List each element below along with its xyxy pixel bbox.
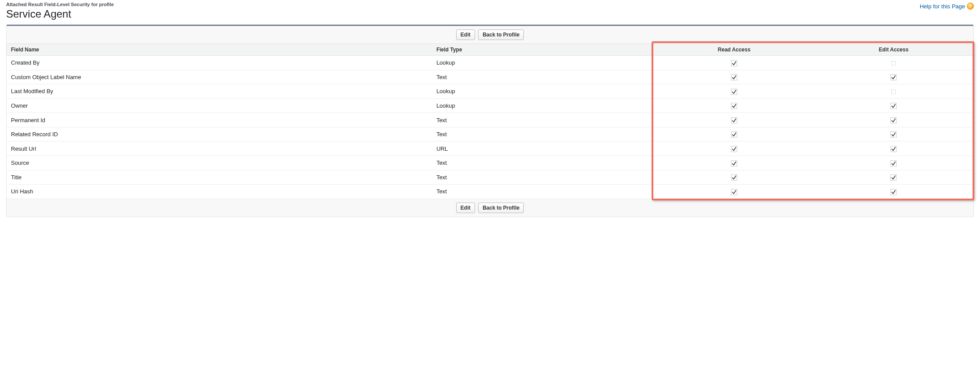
cell-spacer	[596, 185, 654, 199]
cell-edit-access	[814, 113, 973, 127]
cell-field-type: Text	[432, 170, 596, 185]
cell-edit-access	[814, 156, 973, 170]
checkbox-unchecked-icon	[891, 90, 896, 94]
cell-spacer	[596, 113, 654, 127]
table-row: Last Modified ByLookup	[7, 84, 973, 99]
cell-field-name: Custom Object Label Name	[7, 70, 432, 84]
table-row: Permanent IdText	[7, 113, 973, 127]
col-header-edit-access: Edit Access	[814, 44, 973, 56]
cell-field-type: Lookup	[432, 84, 596, 99]
help-link-label: Help for this Page	[920, 3, 965, 10]
svg-rect-3	[731, 89, 737, 94]
checkbox-checked-icon	[890, 74, 897, 80]
checkbox-checked-icon	[731, 60, 737, 66]
cell-field-name: Result Url	[7, 141, 432, 156]
cell-read-access	[654, 141, 814, 156]
cell-field-type: Text	[432, 156, 596, 170]
cell-read-access	[654, 98, 814, 113]
svg-rect-12	[731, 160, 737, 166]
cell-edit-access	[814, 98, 973, 113]
back-to-profile-button[interactable]: Back to Profile	[478, 29, 524, 40]
cell-field-type: Lookup	[432, 56, 596, 70]
checkbox-checked-icon	[731, 131, 737, 138]
cell-edit-access	[814, 84, 973, 99]
cell-edit-access	[814, 70, 973, 84]
table-row: OwnerLookup	[7, 98, 973, 113]
checkbox-unchecked-icon	[891, 61, 896, 65]
fls-panel: Edit Back to Profile Field Name Field Ty…	[6, 25, 974, 217]
cell-spacer	[596, 156, 654, 170]
cell-read-access	[654, 127, 814, 141]
svg-rect-7	[891, 117, 897, 123]
svg-rect-13	[891, 160, 897, 166]
checkbox-checked-icon	[890, 174, 897, 181]
checkbox-checked-icon	[731, 74, 737, 80]
page-title: Service Agent	[6, 8, 114, 20]
cell-read-access	[654, 156, 814, 170]
checkbox-checked-icon	[731, 103, 737, 109]
cell-read-access	[654, 170, 814, 185]
cell-read-access	[654, 70, 814, 84]
cell-read-access	[654, 84, 814, 99]
checkbox-checked-icon	[731, 160, 737, 167]
table-row: Created ByLookup	[7, 56, 973, 70]
back-to-profile-button-bottom[interactable]: Back to Profile	[478, 203, 524, 213]
checkbox-checked-icon	[890, 117, 897, 123]
table-row: Result UrlURL	[7, 141, 973, 156]
cell-edit-access	[814, 127, 973, 141]
cell-edit-access	[814, 56, 973, 70]
checkbox-checked-icon	[890, 103, 897, 109]
checkbox-checked-icon	[890, 131, 897, 138]
svg-rect-5	[891, 103, 897, 109]
cell-field-name: Created By	[7, 56, 432, 70]
checkbox-checked-icon	[731, 89, 737, 95]
checkbox-checked-icon	[890, 146, 897, 152]
help-link[interactable]: Help for this Page ?	[920, 3, 974, 10]
checkbox-checked-icon	[890, 160, 897, 167]
edit-button-bottom[interactable]: Edit	[456, 203, 475, 213]
cell-field-name: Uri Hash	[7, 185, 432, 199]
svg-rect-17	[891, 189, 897, 195]
table-row: Uri HashText	[7, 185, 973, 199]
cell-field-type: Text	[432, 113, 596, 127]
svg-rect-9	[891, 132, 897, 138]
checkbox-checked-icon	[731, 189, 737, 195]
col-header-field-type: Field Type	[432, 44, 596, 56]
cell-field-name: Title	[7, 170, 432, 185]
cell-edit-access	[814, 170, 973, 185]
cell-field-type: Text	[432, 127, 596, 141]
page-subtitle: Attached Result Field-Level Security for…	[6, 2, 114, 7]
cell-field-type: Text	[432, 70, 596, 84]
fls-table: Field Name Field Type Read Access Edit A…	[7, 44, 973, 199]
svg-rect-11	[891, 146, 897, 152]
svg-rect-1	[731, 75, 737, 80]
svg-rect-4	[731, 103, 737, 109]
cell-read-access	[654, 185, 814, 199]
cell-field-name: Permanent Id	[7, 113, 432, 127]
svg-rect-15	[891, 175, 897, 181]
svg-rect-8	[731, 132, 737, 138]
cell-spacer	[596, 56, 654, 70]
checkbox-checked-icon	[731, 117, 737, 123]
svg-rect-6	[731, 117, 737, 123]
cell-spacer	[596, 84, 654, 99]
svg-rect-2	[891, 75, 897, 80]
cell-spacer	[596, 98, 654, 113]
edit-button[interactable]: Edit	[456, 29, 475, 40]
cell-read-access	[654, 113, 814, 127]
cell-field-name: Source	[7, 156, 432, 170]
button-bar-bottom: Edit Back to Profile	[7, 199, 973, 217]
svg-rect-0	[731, 60, 737, 66]
col-header-spacer	[596, 44, 654, 56]
cell-spacer	[596, 127, 654, 141]
cell-edit-access	[814, 185, 973, 199]
cell-field-type: URL	[432, 141, 596, 156]
help-icon: ?	[967, 3, 974, 10]
col-header-read-access: Read Access	[654, 44, 814, 56]
table-row: TitleText	[7, 170, 973, 185]
checkbox-checked-icon	[890, 189, 897, 195]
table-row: Custom Object Label NameText	[7, 70, 973, 84]
table-row: Related Record IDText	[7, 127, 973, 141]
cell-spacer	[596, 141, 654, 156]
col-header-field-name: Field Name	[7, 44, 432, 56]
